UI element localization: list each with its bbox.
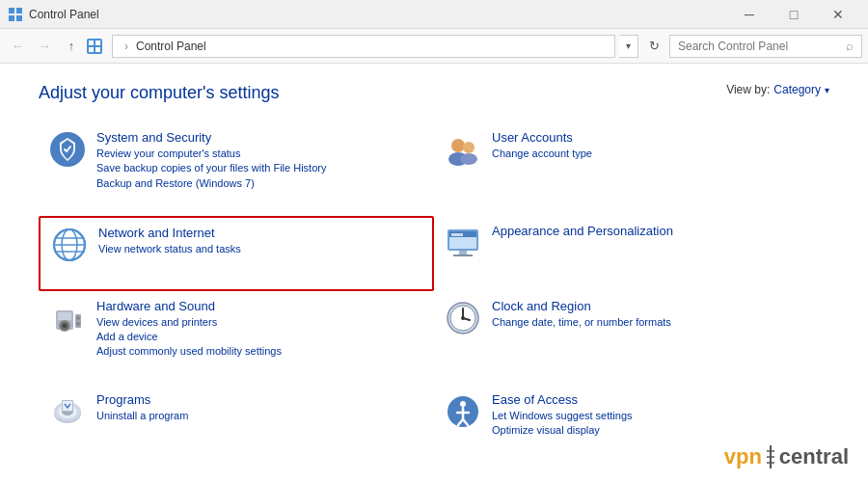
breadcrumb-separator: › [124, 40, 128, 53]
programs-text: Programs Uninstall a program [96, 392, 424, 423]
address-bar: ← → ↑ › Control Panel ▾ ↻ ⌕ [0, 29, 868, 64]
user-accounts-icon [444, 130, 482, 169]
clock-region-icon [444, 299, 482, 337]
main-content: Adjust your computer's settings View by:… [0, 64, 868, 482]
system-security-link-3[interactable]: Backup and Restore (Windows 7) [96, 176, 424, 191]
close-button[interactable]: ✕ [816, 0, 860, 29]
svg-point-45 [460, 401, 466, 407]
page-header: Adjust your computer's settings View by:… [39, 83, 829, 103]
categories-grid: System and Security Review your computer… [39, 122, 829, 463]
programs-name[interactable]: Programs [96, 392, 424, 407]
view-by-control: View by: Category ▾ [726, 83, 829, 96]
svg-point-31 [76, 316, 80, 320]
back-button[interactable]: ← [6, 35, 29, 58]
up-button[interactable]: ↑ [60, 35, 83, 58]
svg-rect-29 [58, 312, 71, 320]
minimize-button[interactable]: ─ [727, 0, 772, 29]
search-bar[interactable]: ⌕ [669, 35, 862, 58]
user-accounts-text: User Accounts Change account type [492, 130, 820, 161]
breadcrumb-dropdown[interactable]: ▾ [619, 35, 638, 58]
hardware-sound-link-2[interactable]: Add a device [96, 330, 424, 344]
network-internet-name[interactable]: Network and Internet [98, 226, 422, 240]
chevron-down-icon: ▾ [825, 85, 829, 95]
hardware-sound-icon [48, 299, 87, 337]
refresh-button[interactable]: ↻ [642, 35, 665, 58]
hardware-sound-link-3[interactable]: Adjust commonly used mobility settings [96, 344, 424, 359]
viewby-value[interactable]: Category [773, 83, 821, 96]
system-security-link-2[interactable]: Save backup copies of your files with Fi… [96, 161, 424, 175]
search-icon: ⌕ [846, 39, 854, 53]
ease-access-icon [444, 392, 482, 431]
watermark-vpn: vpn [724, 444, 762, 469]
category-network-internet: Network and Internet View network status… [39, 216, 434, 291]
clock-region-link-1[interactable]: Change date, time, or number formats [492, 315, 820, 330]
svg-rect-7 [95, 47, 100, 52]
forward-button[interactable]: → [33, 35, 56, 58]
svg-rect-0 [9, 8, 14, 13]
title-bar: Control Panel ─ □ ✕ [0, 0, 868, 29]
system-security-text: System and Security Review your computer… [96, 130, 424, 191]
svg-rect-5 [95, 40, 100, 45]
clock-region-name[interactable]: Clock and Region [492, 299, 820, 313]
svg-rect-6 [89, 47, 94, 52]
svg-point-28 [63, 324, 67, 328]
user-accounts-link-1[interactable]: Change account type [492, 147, 820, 161]
appearance-icon [444, 224, 482, 262]
svg-point-32 [76, 322, 80, 326]
svg-rect-43 [63, 401, 72, 411]
window-controls: ─ □ ✕ [727, 0, 860, 29]
svg-rect-4 [89, 40, 94, 45]
svg-rect-1 [16, 8, 22, 13]
category-clock-region: Clock and Region Change date, time, or n… [434, 291, 829, 385]
watermark: vpn central [724, 443, 849, 470]
category-hardware-sound: Hardware and Sound View devices and prin… [39, 291, 434, 385]
ease-access-link-1[interactable]: Let Windows suggest settings [492, 409, 820, 423]
system-security-link-1[interactable]: Review your computer's status [96, 147, 424, 161]
ease-access-name[interactable]: Ease of Access [492, 392, 820, 407]
ease-access-text: Ease of Access Let Windows suggest setti… [492, 392, 820, 439]
programs-icon [48, 392, 87, 431]
category-programs: Programs Uninstall a program [39, 385, 434, 464]
svg-point-11 [463, 142, 475, 153]
page-title: Adjust your computer's settings [39, 83, 280, 103]
watermark-central: central [779, 444, 849, 469]
network-internet-link-1[interactable]: View network status and tasks [98, 242, 422, 256]
svg-rect-24 [451, 233, 463, 236]
breadcrumb-bar[interactable]: › Control Panel [112, 35, 615, 58]
svg-rect-22 [459, 251, 467, 254]
appearance-name[interactable]: Appearance and Personalization [492, 224, 820, 238]
watermark-separator [765, 443, 776, 470]
svg-rect-2 [9, 15, 14, 21]
hardware-sound-text: Hardware and Sound View devices and prin… [96, 299, 424, 360]
viewby-label: View by: [726, 83, 770, 96]
clock-region-text: Clock and Region Change date, time, or n… [492, 299, 820, 330]
svg-point-37 [461, 316, 465, 320]
system-security-icon [48, 130, 87, 169]
breadcrumb-icon [87, 39, 102, 54]
svg-rect-23 [453, 254, 473, 256]
app-icon [8, 7, 23, 22]
network-internet-text: Network and Internet View network status… [98, 226, 422, 256]
category-system-security: System and Security Review your computer… [39, 122, 434, 216]
window-title: Control Panel [29, 8, 727, 21]
svg-point-9 [451, 139, 465, 152]
category-user-accounts: User Accounts Change account type [434, 122, 829, 216]
system-security-name[interactable]: System and Security [96, 130, 424, 145]
user-accounts-name[interactable]: User Accounts [492, 130, 820, 145]
hardware-sound-name[interactable]: Hardware and Sound [96, 299, 424, 313]
ease-access-link-2[interactable]: Optimize visual display [492, 423, 820, 438]
svg-point-12 [460, 153, 477, 165]
breadcrumb-text: Control Panel [136, 40, 206, 53]
search-input[interactable] [678, 40, 846, 53]
appearance-text: Appearance and Personalization [492, 224, 820, 240]
network-internet-icon [50, 226, 89, 264]
svg-rect-3 [16, 15, 22, 21]
category-appearance: Appearance and Personalization [434, 216, 829, 291]
hardware-sound-link-1[interactable]: View devices and printers [96, 315, 424, 330]
programs-link-1[interactable]: Uninstall a program [96, 409, 424, 423]
maximize-button[interactable]: □ [772, 0, 816, 29]
